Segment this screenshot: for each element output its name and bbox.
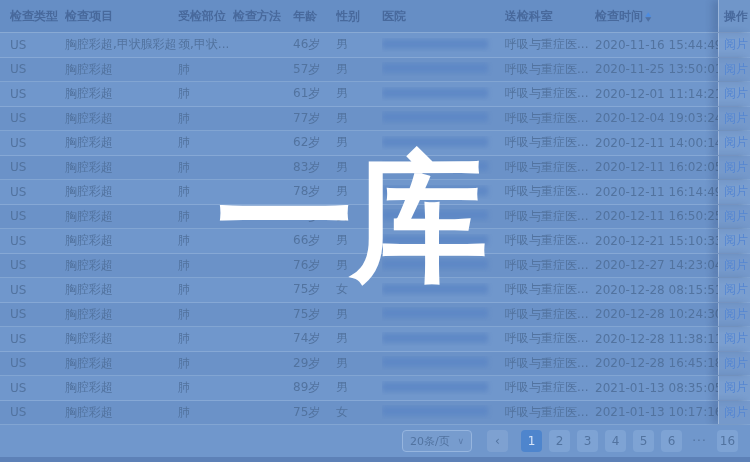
- cell-exam-type: US: [10, 209, 65, 223]
- cell-gender: 男: [336, 379, 382, 396]
- header-exam-time[interactable]: 检查时间 ▲▼: [595, 8, 718, 25]
- page-button-1[interactable]: 1: [521, 430, 542, 452]
- cell-exam-item: 胸腔彩超: [65, 134, 178, 151]
- cell-age: 76岁: [293, 208, 336, 225]
- table-row[interactable]: US 胸腔彩超 肺 75岁 女 呼吸与重症医... 2021-01-13 10:…: [0, 401, 750, 426]
- view-film-link[interactable]: 阅片: [718, 180, 750, 204]
- cell-department: 呼吸与重症医...: [505, 85, 595, 102]
- table-row[interactable]: US 胸腔彩超 肺 76岁 女 呼吸与重症医... 2020-12-11 16:…: [0, 205, 750, 230]
- cell-exam-type: US: [10, 87, 65, 101]
- table-row[interactable]: US 胸腔彩超 肺 76岁 男 呼吸与重症医... 2020-12-27 14:…: [0, 254, 750, 279]
- redacted-hospital-block: [382, 186, 488, 196]
- cell-body-part: 肺: [178, 183, 233, 200]
- cell-body-part: 肺: [178, 257, 233, 274]
- cell-hospital: [382, 332, 505, 346]
- page-button-5[interactable]: 5: [633, 430, 654, 452]
- cell-exam-item: 胸腔彩超: [65, 379, 178, 396]
- page-ellipsis[interactable]: ···: [689, 430, 710, 452]
- cell-hospital: [382, 111, 505, 125]
- table-row[interactable]: US 胸腔彩超 肺 66岁 男 呼吸与重症医... 2020-12-21 15:…: [0, 229, 750, 254]
- view-film-link[interactable]: 阅片: [718, 82, 750, 106]
- cell-hospital: [382, 283, 505, 297]
- redacted-hospital-block: [382, 235, 488, 245]
- cell-exam-item: 胸腔彩超: [65, 281, 178, 298]
- table-row[interactable]: US 胸腔彩超 肺 61岁 男 呼吸与重症医... 2020-12-01 11:…: [0, 82, 750, 107]
- table-row[interactable]: US 胸腔彩超 肺 83岁 男 呼吸与重症医... 2020-12-11 16:…: [0, 156, 750, 181]
- page-button-2[interactable]: 2: [549, 430, 570, 452]
- view-film-link[interactable]: 阅片: [718, 58, 750, 82]
- cell-body-part: 肺: [178, 61, 233, 78]
- cell-hospital: [382, 87, 505, 101]
- header-exam-method: 检查方法: [233, 8, 293, 25]
- cell-department: 呼吸与重症医...: [505, 257, 595, 274]
- header-hospital: 医院: [382, 8, 505, 25]
- cell-age: 57岁: [293, 61, 336, 78]
- table-row[interactable]: US 胸腔彩超 肺 89岁 男 呼吸与重症医... 2021-01-13 08:…: [0, 376, 750, 401]
- table-row[interactable]: US 胸腔彩超,甲状腺彩超 颈,甲状... 46岁 男 呼吸与重症医... 20…: [0, 33, 750, 58]
- prev-page-button[interactable]: ‹: [487, 430, 508, 452]
- cell-exam-time: 2020-12-11 16:14:49: [595, 185, 718, 199]
- cell-department: 呼吸与重症医...: [505, 379, 595, 396]
- redacted-hospital-block: [382, 63, 488, 73]
- cell-department: 呼吸与重症医...: [505, 183, 595, 200]
- page-size-select[interactable]: 20条/页 ∨: [402, 430, 472, 452]
- header-age: 年龄: [293, 8, 336, 25]
- table-header: 检查类型 检查项目 受检部位 检查方法 年龄 性别 医院 送检科室 检查时间 ▲…: [0, 0, 750, 33]
- view-film-link[interactable]: 阅片: [718, 107, 750, 131]
- cell-gender: 男: [336, 183, 382, 200]
- cell-exam-item: 胸腔彩超: [65, 61, 178, 78]
- page-button-3[interactable]: 3: [577, 430, 598, 452]
- header-exam-type: 检查类型: [10, 8, 65, 25]
- cell-exam-item: 胸腔彩超: [65, 208, 178, 225]
- cell-department: 呼吸与重症医...: [505, 134, 595, 151]
- cell-exam-time: 2020-12-01 11:14:21: [595, 87, 718, 101]
- sort-caret-icon[interactable]: ▲▼: [646, 11, 651, 21]
- redacted-hospital-block: [382, 406, 488, 416]
- cell-gender: 女: [336, 208, 382, 225]
- table-row[interactable]: US 胸腔彩超 肺 29岁 男 呼吸与重症医... 2020-12-28 16:…: [0, 352, 750, 377]
- cell-department: 呼吸与重症医...: [505, 110, 595, 127]
- cell-gender: 男: [336, 85, 382, 102]
- cell-exam-type: US: [10, 38, 65, 52]
- page-button-4[interactable]: 4: [605, 430, 626, 452]
- cell-age: 75岁: [293, 306, 336, 323]
- cell-hospital: [382, 62, 505, 76]
- page-button-6[interactable]: 6: [661, 430, 682, 452]
- cell-age: 29岁: [293, 355, 336, 372]
- page-button-16[interactable]: 16: [717, 430, 738, 452]
- page-size-value: 20条/页: [410, 434, 450, 449]
- view-film-link[interactable]: 阅片: [718, 229, 750, 253]
- cell-exam-time: 2020-12-28 10:24:30: [595, 307, 718, 321]
- view-film-link[interactable]: 阅片: [718, 254, 750, 278]
- cell-exam-time: 2021-01-13 08:35:05: [595, 381, 718, 395]
- table-row[interactable]: US 胸腔彩超 肺 77岁 男 呼吸与重症医... 2020-12-04 19:…: [0, 107, 750, 132]
- redacted-hospital-block: [382, 259, 488, 269]
- table-row[interactable]: US 胸腔彩超 肺 74岁 男 呼吸与重症医... 2020-12-28 11:…: [0, 327, 750, 352]
- cell-body-part: 肺: [178, 330, 233, 347]
- cell-body-part: 肺: [178, 110, 233, 127]
- table-row[interactable]: US 胸腔彩超 肺 78岁 男 呼吸与重症医... 2020-12-11 16:…: [0, 180, 750, 205]
- bottom-edge: [0, 457, 750, 462]
- view-film-link[interactable]: 阅片: [718, 33, 750, 57]
- table-row[interactable]: US 胸腔彩超 肺 57岁 男 呼吸与重症医... 2020-11-25 13:…: [0, 58, 750, 83]
- view-film-link[interactable]: 阅片: [718, 303, 750, 327]
- cell-exam-item: 胸腔彩超: [65, 183, 178, 200]
- view-film-link[interactable]: 阅片: [718, 156, 750, 180]
- cell-exam-item: 胸腔彩超: [65, 257, 178, 274]
- table-row[interactable]: US 胸腔彩超 肺 75岁 女 呼吸与重症医... 2020-12-28 08:…: [0, 278, 750, 303]
- cell-gender: 男: [336, 110, 382, 127]
- view-film-link[interactable]: 阅片: [718, 376, 750, 400]
- view-film-link[interactable]: 阅片: [718, 278, 750, 302]
- cell-exam-time: 2020-12-21 15:10:33: [595, 234, 718, 248]
- view-film-link[interactable]: 阅片: [718, 327, 750, 351]
- view-film-link[interactable]: 阅片: [718, 205, 750, 229]
- cell-exam-type: US: [10, 283, 65, 297]
- view-film-link[interactable]: 阅片: [718, 352, 750, 376]
- table-row[interactable]: US 胸腔彩超 肺 62岁 男 呼吸与重症医... 2020-12-11 14:…: [0, 131, 750, 156]
- redacted-hospital-block: [382, 112, 488, 122]
- table-row[interactable]: US 胸腔彩超 肺 75岁 男 呼吸与重症医... 2020-12-28 10:…: [0, 303, 750, 328]
- view-film-link[interactable]: 阅片: [718, 401, 750, 425]
- redacted-hospital-block: [382, 333, 488, 343]
- cell-exam-type: US: [10, 307, 65, 321]
- view-film-link[interactable]: 阅片: [718, 131, 750, 155]
